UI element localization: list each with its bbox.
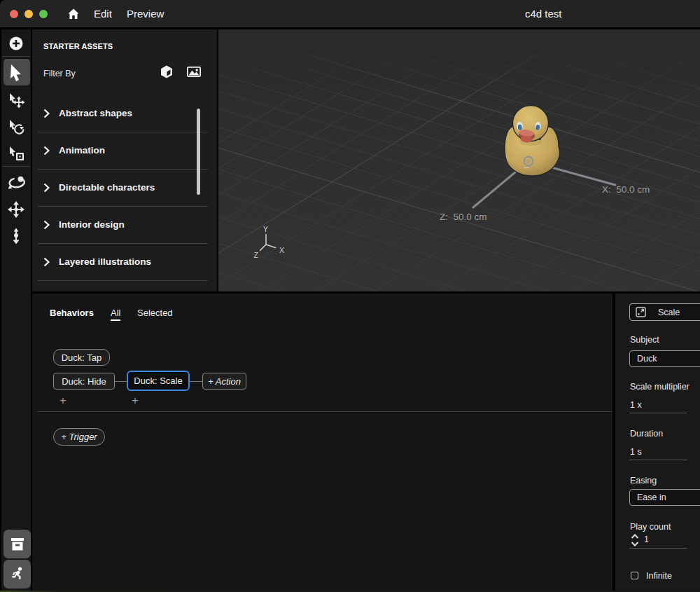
svg-text:Z: 50.0 cm: Z: 50.0 cm (440, 212, 487, 222)
svg-text:Y: Y (263, 225, 268, 233)
svg-text:X: X (279, 246, 284, 254)
svg-text:Z: Z (254, 251, 259, 259)
svg-text:X: 50.0 cm: X: 50.0 cm (602, 184, 650, 195)
